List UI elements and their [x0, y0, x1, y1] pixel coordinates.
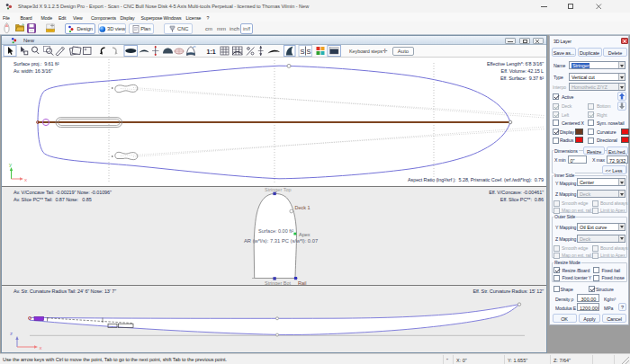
svg-text:Apex: Apex	[299, 232, 310, 237]
svg-text:Stringer Top: Stringer Top	[265, 187, 292, 192]
svg-text:S: S	[307, 48, 311, 56]
svg-text:y: y	[9, 162, 12, 167]
svg-text:x: x	[24, 177, 27, 182]
svg-text:S: S	[301, 48, 305, 56]
svg-text:Surface: 0.00 ft²: Surface: 0.00 ft²	[258, 228, 293, 234]
svg-text:Deck 1: Deck 1	[295, 205, 310, 210]
svg-text:x: x	[40, 345, 42, 351]
svg-text:z: z	[10, 331, 13, 336]
svg-text:AR (w*l/s): 7.31 PC (s/w*l): 0: AR (w*l/s): 7.31 PC (s/w*l): 0.07	[244, 238, 318, 244]
svg-text:1:1: 1:1	[207, 49, 216, 55]
